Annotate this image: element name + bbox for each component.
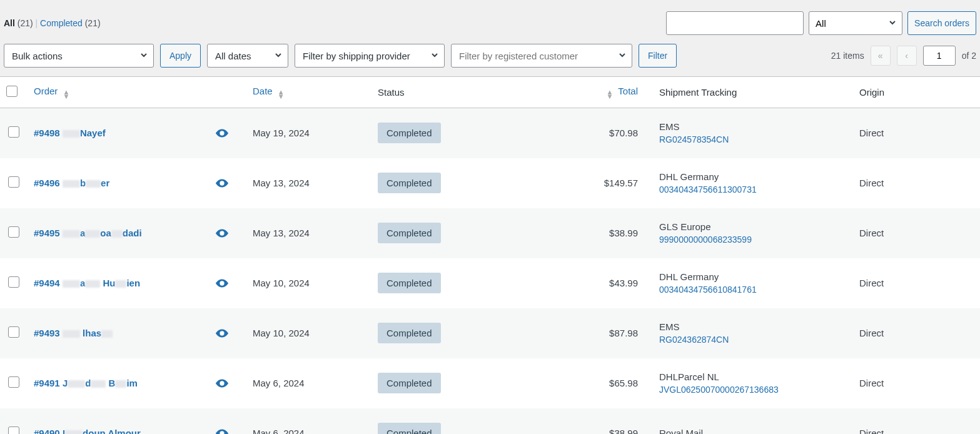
tracking-number-link[interactable]: 00340434756610841761 bbox=[659, 285, 847, 295]
preview-icon[interactable] bbox=[215, 129, 240, 138]
item-count: 21 items bbox=[831, 51, 864, 61]
row-checkbox[interactable] bbox=[8, 426, 19, 434]
tracking-provider: DHL Germany bbox=[659, 171, 847, 182]
shipping-provider-select[interactable]: Filter by shipping provider bbox=[295, 44, 445, 68]
tab-all[interactable]: All bbox=[4, 18, 15, 28]
tracking-number-link[interactable]: RG024362874CN bbox=[659, 335, 847, 345]
apply-button[interactable]: Apply bbox=[160, 44, 201, 68]
tracking-number-link[interactable]: 9990000000068233599 bbox=[659, 235, 847, 245]
tracking-provider: GLS Europe bbox=[659, 221, 847, 232]
sort-icon: ▲▼ bbox=[607, 90, 614, 99]
search-category-select[interactable]: All bbox=[809, 11, 902, 35]
order-link[interactable]: #9493 lhas bbox=[34, 328, 113, 338]
order-date: May 6, 2024 bbox=[246, 358, 371, 408]
table-row: #9495 aoadadiMay 13, 2024Completed$38.99… bbox=[0, 208, 980, 258]
tracking-provider: Royal Mail bbox=[659, 428, 847, 434]
search-input[interactable] bbox=[666, 11, 804, 35]
column-tracking: Shipment Tracking bbox=[659, 87, 737, 98]
tracking-number-link[interactable]: 00340434756611300731 bbox=[659, 184, 847, 194]
order-origin: Direct bbox=[853, 408, 980, 435]
date-filter-select[interactable]: All dates bbox=[207, 44, 288, 68]
preview-icon[interactable] bbox=[215, 279, 240, 288]
svg-point-3 bbox=[221, 282, 223, 285]
order-date: May 10, 2024 bbox=[246, 308, 371, 358]
table-row: #9498 NayefMay 19, 2024Completed$70.98EM… bbox=[0, 108, 980, 158]
order-origin: Direct bbox=[853, 308, 980, 358]
order-origin: Direct bbox=[853, 158, 980, 208]
order-total: $87.98 bbox=[584, 308, 653, 358]
tracking-provider: EMS bbox=[659, 121, 847, 132]
svg-point-2 bbox=[221, 232, 223, 235]
page-number-input[interactable] bbox=[923, 46, 956, 66]
svg-point-0 bbox=[221, 132, 223, 134]
prev-page-button[interactable]: ‹ bbox=[897, 46, 917, 66]
order-total: $65.98 bbox=[584, 358, 653, 408]
column-date[interactable]: Date bbox=[253, 86, 273, 96]
table-row: #9491 Jd BimMay 6, 2024Completed$65.98DH… bbox=[0, 358, 980, 408]
preview-icon[interactable] bbox=[215, 179, 240, 188]
tab-completed-count: (21) bbox=[85, 18, 101, 28]
preview-icon[interactable] bbox=[215, 329, 240, 338]
sort-icon: ▲▼ bbox=[63, 90, 70, 99]
first-page-button[interactable]: « bbox=[871, 46, 891, 66]
status-badge: Completed bbox=[378, 323, 441, 343]
status-badge: Completed bbox=[378, 123, 441, 143]
preview-icon[interactable] bbox=[215, 429, 240, 435]
order-origin: Direct bbox=[853, 258, 980, 308]
search-orders-button[interactable]: Search orders bbox=[907, 11, 976, 35]
page-of-text: of 2 bbox=[962, 51, 976, 61]
status-badge: Completed bbox=[378, 273, 441, 293]
order-total: $38.99 bbox=[584, 408, 653, 435]
tracking-number-link[interactable]: RG024578354CN bbox=[659, 134, 847, 144]
row-checkbox[interactable] bbox=[8, 126, 19, 138]
tracking-provider: DHLParcel NL bbox=[659, 371, 847, 382]
preview-icon[interactable] bbox=[215, 379, 240, 388]
tracking-provider: EMS bbox=[659, 321, 847, 332]
status-badge: Completed bbox=[378, 423, 441, 434]
tab-all-count: (21) bbox=[18, 18, 33, 28]
order-link[interactable]: #9491 Jd Bim bbox=[34, 378, 138, 388]
select-all-checkbox[interactable] bbox=[6, 86, 18, 97]
column-total[interactable]: Total bbox=[618, 86, 638, 96]
order-date: May 19, 2024 bbox=[246, 108, 371, 158]
table-row: #9493 lhasMay 10, 2024Completed$87.98EMS… bbox=[0, 308, 980, 358]
order-link[interactable]: #9496 ber bbox=[34, 178, 109, 188]
order-date: May 13, 2024 bbox=[246, 208, 371, 258]
tracking-provider: DHL Germany bbox=[659, 271, 847, 282]
bulk-actions-select[interactable]: Bulk actions bbox=[4, 44, 154, 68]
pagination: 21 items « ‹ of 2 bbox=[831, 46, 976, 66]
order-origin: Direct bbox=[853, 108, 980, 158]
column-status: Status bbox=[378, 87, 405, 98]
row-checkbox[interactable] bbox=[8, 376, 19, 388]
tab-completed[interactable]: Completed (21) bbox=[40, 18, 101, 28]
tracking-number-link[interactable]: JVGL06250070000267136683 bbox=[659, 385, 847, 395]
order-origin: Direct bbox=[853, 208, 980, 258]
column-order[interactable]: Order bbox=[34, 86, 58, 96]
order-date: May 13, 2024 bbox=[246, 158, 371, 208]
order-link[interactable]: #9495 aoadadi bbox=[34, 228, 142, 238]
preview-icon[interactable] bbox=[215, 229, 240, 238]
row-checkbox[interactable] bbox=[8, 176, 19, 188]
row-checkbox[interactable] bbox=[8, 276, 19, 288]
column-origin: Origin bbox=[859, 87, 884, 98]
status-filter-tabs: All (21) | Completed (21) bbox=[4, 18, 101, 28]
order-link[interactable]: #9494 a Huien bbox=[34, 278, 140, 288]
row-checkbox[interactable] bbox=[8, 326, 19, 338]
order-date: May 6, 2024 bbox=[246, 408, 371, 435]
order-total: $70.98 bbox=[584, 108, 653, 158]
order-total: $149.57 bbox=[584, 158, 653, 208]
order-date: May 10, 2024 bbox=[246, 258, 371, 308]
order-link[interactable]: #9498 Nayef bbox=[34, 128, 106, 138]
svg-point-1 bbox=[221, 182, 223, 184]
orders-table: Order ▲▼ Date ▲▼ Status ▲▼ Total Shipmen… bbox=[0, 76, 980, 434]
status-badge: Completed bbox=[378, 373, 441, 393]
sort-icon: ▲▼ bbox=[278, 90, 285, 99]
customer-filter-select[interactable]: Filter by registered customer bbox=[451, 44, 632, 68]
svg-point-5 bbox=[221, 382, 223, 385]
row-checkbox[interactable] bbox=[8, 226, 19, 238]
order-link[interactable]: #9490 Idoun Almour bbox=[34, 428, 141, 434]
order-total: $43.99 bbox=[584, 258, 653, 308]
table-row: #9494 a HuienMay 10, 2024Completed$43.99… bbox=[0, 258, 980, 308]
filter-button[interactable]: Filter bbox=[639, 44, 677, 68]
order-total: $38.99 bbox=[584, 208, 653, 258]
